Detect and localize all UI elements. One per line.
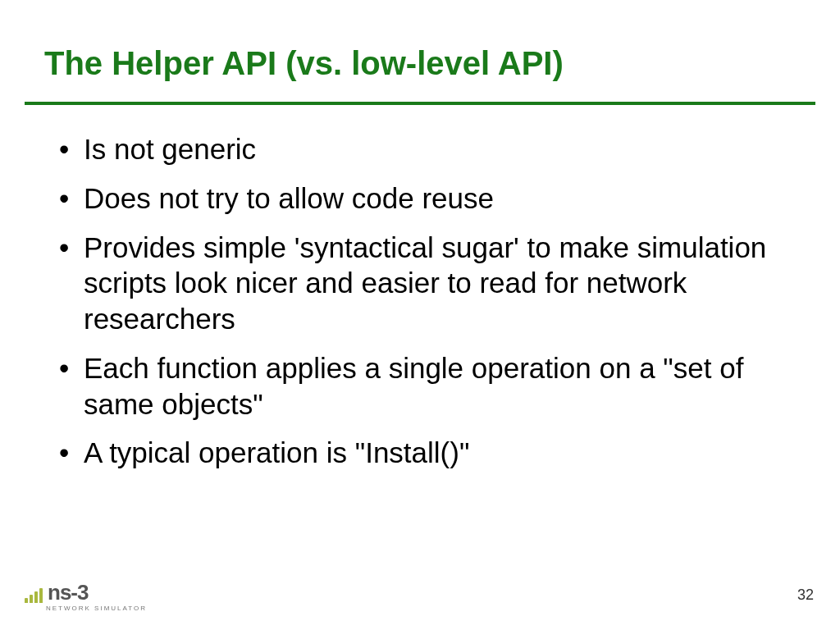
logo-text: ns-3 [48, 582, 88, 603]
signal-bars-icon [25, 588, 43, 603]
content-area: Is not generic Does not try to allow cod… [54, 131, 792, 484]
ns3-logo: ns-3 NETWORK SIMULATOR [25, 582, 147, 612]
list-item: Each function applies a single operation… [54, 350, 792, 422]
slide: The Helper API (vs. low-level API) Is no… [0, 0, 840, 630]
list-item: A typical operation is "Install()" [54, 435, 792, 471]
list-item: Provides simple 'syntactical sugar' to m… [54, 230, 792, 337]
list-item: Does not try to allow code reuse [54, 180, 792, 217]
bullet-list: Is not generic Does not try to allow cod… [54, 131, 792, 471]
slide-title: The Helper API (vs. low-level API) [44, 45, 564, 82]
logo-top: ns-3 [25, 582, 88, 603]
page-number: 32 [797, 587, 814, 604]
title-rule [25, 102, 815, 105]
logo-tagline: NETWORK SIMULATOR [46, 605, 147, 612]
list-item: Is not generic [54, 131, 792, 167]
